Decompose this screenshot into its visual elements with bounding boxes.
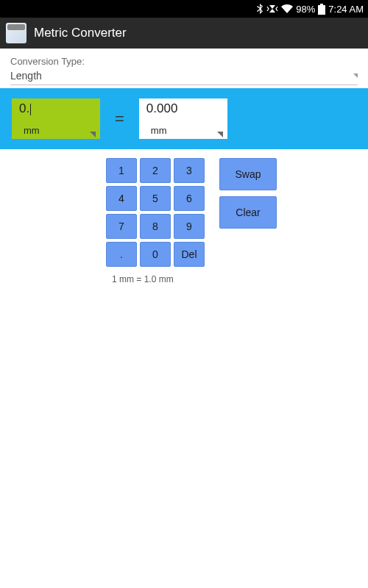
svg-rect-1: [318, 5, 325, 15]
action-column: Swap Clear: [219, 158, 277, 267]
app-title: Metric Converter: [34, 26, 127, 40]
output-value-box[interactable]: 0.000 mm: [139, 98, 227, 139]
key-9[interactable]: 9: [174, 214, 205, 239]
key-3[interactable]: 3: [174, 158, 205, 183]
key-8[interactable]: 8: [140, 214, 171, 239]
input-value: 0.: [19, 101, 94, 116]
conversion-ratio-text: 1 mm = 1.0 mm: [10, 267, 358, 284]
key-6[interactable]: 6: [174, 186, 205, 211]
conversion-type-value: Length: [10, 70, 42, 82]
svg-rect-0: [320, 4, 323, 5]
input-value-box[interactable]: 0. mm: [12, 98, 100, 139]
numeric-keypad: 1 2 3 4 5 6 7 8 9 . 0 Del: [106, 158, 205, 267]
vibrate-icon: [266, 4, 278, 14]
key-1[interactable]: 1: [106, 158, 137, 183]
battery-icon: [318, 4, 325, 15]
app-icon: [6, 23, 26, 43]
chevron-down-icon: [90, 132, 96, 137]
wifi-icon: [281, 4, 293, 13]
output-unit-label: mm: [146, 125, 167, 136]
conversion-band: 0. mm = 0.000 mm: [0, 88, 368, 149]
chevron-down-icon: [353, 74, 358, 78]
key-4[interactable]: 4: [106, 186, 137, 211]
input-unit-label: mm: [19, 125, 40, 136]
status-icons: 98% 7:24 AM: [256, 4, 364, 15]
key-dot[interactable]: .: [106, 242, 137, 267]
conversion-type-spinner[interactable]: Length: [10, 68, 358, 85]
battery-percent: 98%: [296, 4, 315, 15]
bluetooth-icon: [256, 4, 263, 14]
key-7[interactable]: 7: [106, 214, 137, 239]
key-0[interactable]: 0: [140, 242, 171, 267]
app-bar: Metric Converter: [0, 18, 368, 49]
clear-button[interactable]: Clear: [219, 196, 277, 229]
output-value: 0.000: [146, 101, 222, 116]
status-bar: 98% 7:24 AM: [0, 0, 368, 18]
chevron-down-icon: [217, 132, 223, 137]
keypad-area: 1 2 3 4 5 6 7 8 9 . 0 Del Swap Clear: [10, 149, 358, 267]
swap-button[interactable]: Swap: [219, 158, 277, 190]
key-del[interactable]: Del: [174, 242, 205, 267]
key-2[interactable]: 2: [140, 158, 171, 183]
status-time: 7:24 AM: [328, 4, 364, 15]
key-5[interactable]: 5: [140, 186, 171, 211]
conversion-type-label: Conversion Type:: [10, 56, 358, 67]
equals-sign: =: [115, 110, 124, 129]
